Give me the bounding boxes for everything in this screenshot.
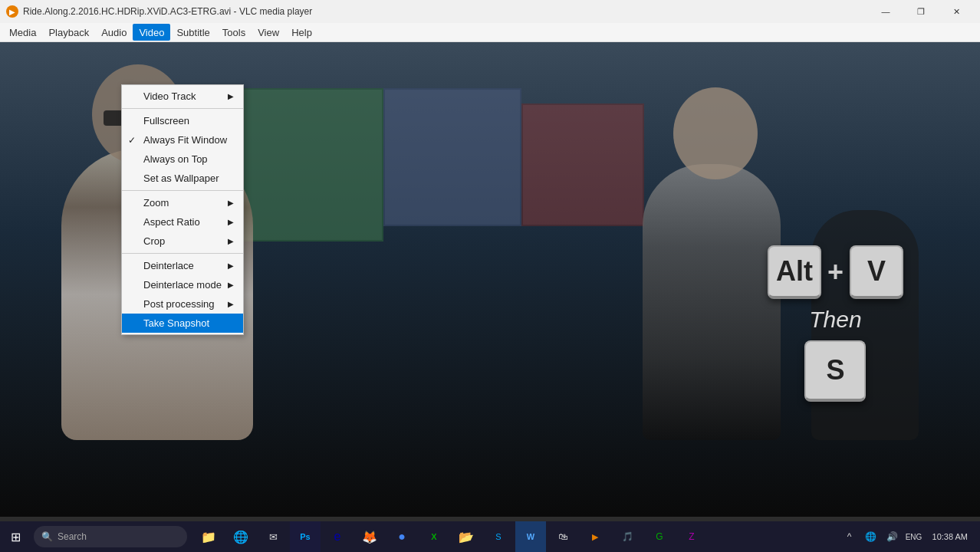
taskbar-app-excel[interactable]: X (419, 521, 449, 552)
search-icon: 🔍 (41, 531, 53, 542)
taskbar-app-media[interactable]: 🎵 (612, 521, 643, 552)
taskbar-app-ie[interactable]: e (322, 521, 353, 552)
post-processing-submenu-arrow: ▶ (228, 300, 234, 308)
menu-bar: Media Playback Audio Video Subtitle Tool… (0, 23, 980, 42)
menu-item-zoom[interactable]: Zoom ▶ (122, 193, 243, 212)
crop-submenu-arrow: ▶ (228, 237, 234, 245)
search-label: Search (58, 531, 87, 542)
taskbar-search[interactable]: 🔍 Search (34, 526, 187, 547)
menu-item-take-snapshot[interactable]: Take Snapshot (122, 314, 243, 333)
menu-item-set-wallpaper[interactable]: Set as Wallpaper (122, 169, 243, 188)
tray-volume[interactable]: 🔊 (883, 527, 902, 546)
submenu-arrow: ▶ (228, 92, 234, 100)
keyboard-shortcut-overlay: Alt + V Then S (768, 245, 903, 402)
menu-item-always-on-top[interactable]: Always on Top (122, 150, 243, 169)
taskbar-app-file-explorer[interactable]: 📁 (193, 521, 224, 552)
video-dropdown-menu: Video Track ▶ Fullscreen Always Fit Wind… (121, 84, 244, 335)
tray-language[interactable]: ENG (905, 527, 923, 546)
close-button[interactable]: ✕ (939, 0, 974, 23)
taskbar-app-ps[interactable]: Ps (290, 521, 321, 552)
taskbar-app-browser[interactable]: 🌐 (225, 521, 256, 552)
menu-separator-1 (122, 108, 243, 109)
taskbar-app-firefox[interactable]: 🦊 (354, 521, 385, 552)
tray-network[interactable]: 🌐 (862, 527, 880, 546)
taskbar-app-chrome[interactable]: ● (386, 521, 417, 552)
taskbar-app-green[interactable]: G (644, 521, 675, 552)
window-title: Ride.Along.2.2016.HC.HDRip.XViD.AC3-ETRG… (23, 6, 868, 17)
key-s: S (804, 340, 866, 402)
video-area: Alt + V Then S Video Track ▶ Fullscreen … (0, 42, 980, 517)
menu-help[interactable]: Help (285, 24, 318, 41)
taskbar-apps: 📁 🌐 ✉ Ps e 🦊 ● X 📂 S W 🛍 ▶ 🎵 G Z (193, 521, 707, 552)
taskbar-app-skype[interactable]: S (483, 521, 514, 552)
clock-time: 10:38 AM (932, 532, 968, 541)
taskbar-app-mail[interactable]: ✉ (258, 521, 288, 552)
taskbar: ⊞ 🔍 Search 📁 🌐 ✉ Ps e 🦊 ● X 📂 S W 🛍 ▶ 🎵 … (0, 521, 980, 552)
aspect-ratio-submenu-arrow: ▶ (228, 218, 234, 226)
menu-item-crop[interactable]: Crop ▶ (122, 232, 243, 251)
minimize-button[interactable]: — (868, 0, 903, 23)
menu-tools[interactable]: Tools (216, 24, 252, 41)
app-icon: ▶ (6, 5, 18, 18)
key-row-alt-v: Alt + V (768, 245, 903, 299)
menu-separator-3 (122, 253, 243, 254)
menu-item-video-track[interactable]: Video Track ▶ (122, 87, 243, 106)
menu-item-deinterlace[interactable]: Deinterlace ▶ (122, 256, 243, 275)
key-then-label: Then (809, 307, 861, 333)
menu-item-fullscreen[interactable]: Fullscreen (122, 111, 243, 130)
zoom-submenu-arrow: ▶ (228, 199, 234, 207)
menu-playback[interactable]: Playback (42, 24, 95, 41)
window-controls: — ❐ ✕ (868, 0, 974, 23)
key-alt: Alt (768, 245, 821, 299)
taskbar-tray: ^ 🌐 🔊 ENG 10:38 AM (840, 527, 980, 546)
menu-item-post-processing[interactable]: Post processing ▶ (122, 294, 243, 314)
key-plus-symbol: + (827, 256, 844, 288)
menu-subtitle[interactable]: Subtitle (170, 24, 215, 41)
tray-expand[interactable]: ^ (840, 527, 859, 546)
menu-item-deinterlace-mode[interactable]: Deinterlace mode ▶ (122, 275, 243, 294)
menu-media[interactable]: Media (3, 24, 42, 41)
tray-clock[interactable]: 10:38 AM (926, 532, 974, 541)
maximize-button[interactable]: ❐ (903, 0, 939, 23)
taskbar-app-extra[interactable]: Z (676, 521, 707, 552)
menu-video[interactable]: Video (133, 24, 170, 41)
taskbar-app-vlc[interactable]: ▶ (580, 521, 610, 552)
deinterlace-submenu-arrow: ▶ (228, 261, 234, 270)
menu-separator-2 (122, 190, 243, 191)
key-v: V (850, 245, 903, 299)
taskbar-app-store[interactable]: 🛍 (548, 521, 578, 552)
menu-item-always-fit[interactable]: Always Fit Window (122, 130, 243, 150)
deinterlace-mode-submenu-arrow: ▶ (228, 281, 234, 289)
taskbar-app-word[interactable]: W (515, 521, 546, 552)
start-button[interactable]: ⊞ (0, 521, 31, 552)
taskbar-app-folder2[interactable]: 📂 (451, 521, 482, 552)
menu-view[interactable]: View (252, 24, 285, 41)
title-bar: ▶ Ride.Along.2.2016.HC.HDRip.XViD.AC3-ET… (0, 0, 980, 23)
menu-audio[interactable]: Audio (95, 24, 133, 41)
menu-item-aspect-ratio[interactable]: Aspect Ratio ▶ (122, 212, 243, 232)
